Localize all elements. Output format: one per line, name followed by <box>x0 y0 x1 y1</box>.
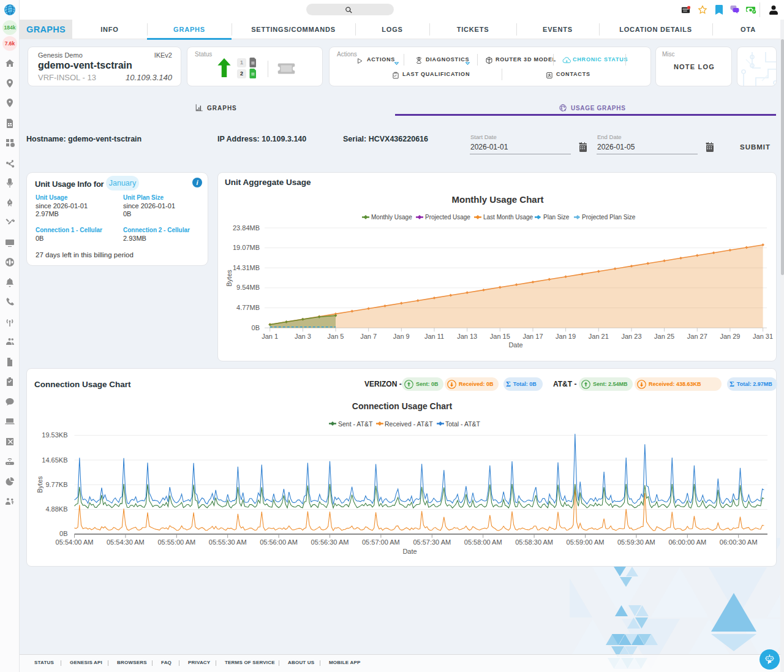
svg-text:05:57:30 AM: 05:57:30 AM <box>413 538 451 546</box>
svg-text:05:55:00 AM: 05:55:00 AM <box>157 538 195 546</box>
svg-text:4.88KB: 4.88KB <box>45 505 67 513</box>
svg-text:05:59:00 AM: 05:59:00 AM <box>567 538 605 546</box>
svg-text:05:54:00 AM: 05:54:00 AM <box>56 538 94 546</box>
svg-text:0B: 0B <box>59 530 67 537</box>
svg-text:Jan 25: Jan 25 <box>654 333 674 340</box>
svg-text:06:00:00 AM: 06:00:00 AM <box>668 538 706 546</box>
svg-text:Jan 1: Jan 1 <box>262 333 278 340</box>
svg-text:Jan 31: Jan 31 <box>753 333 773 340</box>
svg-text:Jan 17: Jan 17 <box>522 333 543 340</box>
svg-text:4.77MB: 4.77MB <box>236 304 260 311</box>
svg-text:Jan 13: Jan 13 <box>457 333 477 340</box>
svg-text:Date: Date <box>508 341 522 349</box>
svg-text:9.77KB: 9.77KB <box>45 481 67 488</box>
svg-text:05:56:30 AM: 05:56:30 AM <box>311 538 349 546</box>
svg-text:05:54:30 AM: 05:54:30 AM <box>107 538 145 546</box>
svg-text:Jan 3: Jan 3 <box>295 333 311 340</box>
svg-text:Jan 7: Jan 7 <box>360 333 377 340</box>
svg-text:Jan 29: Jan 29 <box>720 333 740 340</box>
svg-text:Jan 21: Jan 21 <box>589 333 609 340</box>
svg-text:Jan 9: Jan 9 <box>393 333 410 340</box>
svg-text:Jan 5: Jan 5 <box>328 333 344 340</box>
svg-text:Jan 11: Jan 11 <box>424 333 444 340</box>
svg-text:05:59:30 AM: 05:59:30 AM <box>617 538 655 546</box>
svg-text:Jan 23: Jan 23 <box>621 333 641 340</box>
svg-text:0B: 0B <box>252 324 260 331</box>
svg-text:05:55:30 AM: 05:55:30 AM <box>209 538 247 546</box>
svg-text:Bytes: Bytes <box>225 270 233 287</box>
svg-text:05:57:00 AM: 05:57:00 AM <box>362 538 400 546</box>
svg-text:05:58:30 AM: 05:58:30 AM <box>515 538 553 546</box>
svg-text:05:58:00 AM: 05:58:00 AM <box>464 538 502 546</box>
svg-text:Bytes: Bytes <box>36 476 43 493</box>
svg-text:19.53KB: 19.53KB <box>42 431 67 439</box>
svg-text:06:00:30 AM: 06:00:30 AM <box>720 538 758 546</box>
svg-text:14.31MB: 14.31MB <box>233 264 260 271</box>
svg-text:19.07MB: 19.07MB <box>233 244 260 251</box>
svg-text:Jan 19: Jan 19 <box>556 333 576 340</box>
svg-text:9.54MB: 9.54MB <box>236 284 260 291</box>
svg-text:Jan 27: Jan 27 <box>687 333 707 340</box>
svg-text:Jan 15: Jan 15 <box>490 333 510 340</box>
svg-text:Date: Date <box>402 548 417 555</box>
svg-text:14.65KB: 14.65KB <box>42 456 67 464</box>
svg-text:23.84MB: 23.84MB <box>233 224 260 232</box>
svg-text:05:56:00 AM: 05:56:00 AM <box>260 538 298 546</box>
